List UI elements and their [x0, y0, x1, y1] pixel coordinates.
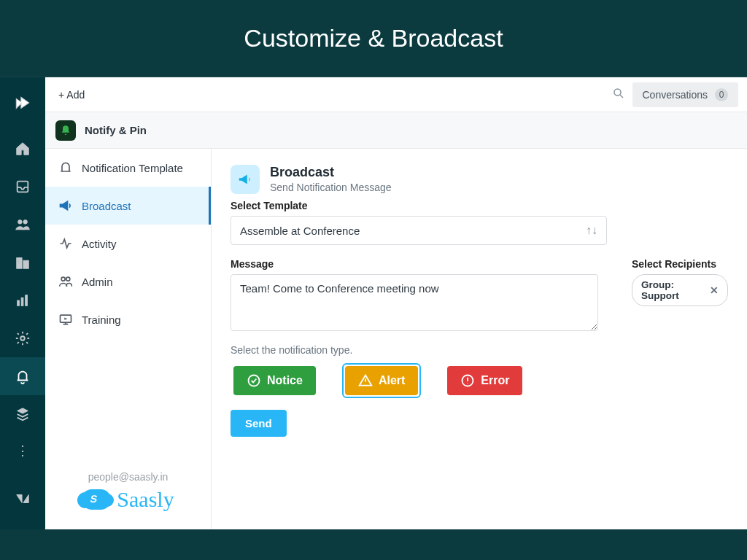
- recipient-chip-label: Group: Support: [641, 279, 705, 301]
- page-title: Broadcast: [270, 165, 392, 180]
- chip-remove-icon[interactable]: ✕: [710, 284, 719, 296]
- add-button[interactable]: + Add: [54, 86, 89, 104]
- svg-rect-7: [18, 300, 20, 306]
- app-badge-icon: [55, 120, 76, 141]
- template-select[interactable]: Assemble at Conference ↑↓: [231, 216, 607, 245]
- svg-point-15: [249, 376, 260, 386]
- svg-rect-8: [21, 298, 23, 306]
- type-card-alert: Alert: [342, 363, 421, 398]
- conversations-count: 0: [715, 88, 728, 101]
- sidenav-item-notification-template[interactable]: Notification Template: [45, 149, 211, 187]
- sidenav-label: Training: [82, 314, 121, 326]
- type-error-label: Error: [481, 374, 509, 387]
- sidenav-label: Admin: [82, 276, 113, 288]
- hero-title: Customize & Broadcast: [0, 0, 747, 77]
- template-label: Select Template: [231, 200, 728, 211]
- rail-settings-icon[interactable]: [0, 319, 45, 357]
- rail-notifications-icon[interactable]: [0, 357, 45, 395]
- message-input[interactable]: [231, 274, 598, 331]
- svg-rect-5: [18, 260, 20, 261]
- sidenav-item-activity[interactable]: Activity: [45, 225, 211, 262]
- brand-footer: people@saasly.in S Saasly: [45, 458, 211, 529]
- svg-point-1: [18, 220, 22, 225]
- type-error-button[interactable]: Error: [447, 366, 522, 395]
- svg-point-12: [61, 277, 65, 281]
- sidenav-item-broadcast[interactable]: Broadcast: [45, 187, 211, 225]
- conversations-label: Conversations: [643, 89, 708, 101]
- type-alert-label: Alert: [379, 374, 405, 387]
- svg-point-13: [66, 277, 70, 281]
- main-area: + Add Conversations 0 Notify & Pin Noti: [45, 77, 747, 529]
- rail-more-icon[interactable]: ⋮: [16, 436, 29, 465]
- svg-point-11: [614, 89, 621, 96]
- rail-zendesk-icon[interactable]: [0, 480, 45, 518]
- type-notice-label: Notice: [267, 374, 303, 387]
- left-rail: ⋮: [0, 77, 45, 529]
- page-subtitle: Send Notification Message: [270, 182, 392, 193]
- recipients-label: Select Recipients: [632, 258, 728, 270]
- brand-logo-icon: S: [82, 489, 111, 510]
- rail-home-icon[interactable]: [0, 130, 45, 168]
- sidenav-item-admin[interactable]: Admin: [45, 262, 211, 300]
- svg-rect-6: [18, 262, 20, 264]
- search-icon[interactable]: [612, 87, 625, 103]
- sidenav: Notification Template Broadcast Activity…: [45, 149, 212, 529]
- recipient-chip[interactable]: Group: Support ✕: [632, 274, 728, 306]
- type-card-notice: Notice: [231, 363, 319, 398]
- rail-org-icon[interactable]: [0, 244, 45, 281]
- brand-email: people@saasly.in: [53, 471, 204, 483]
- helper-text: Select the notification type.: [231, 344, 610, 356]
- sidenav-item-training[interactable]: Training: [45, 300, 211, 338]
- rail-logo-icon[interactable]: [0, 85, 45, 122]
- brand-name: Saasly: [117, 487, 174, 512]
- type-notice-button[interactable]: Notice: [233, 366, 316, 395]
- content: Broadcast Send Notification Message Sele…: [212, 149, 747, 529]
- page-badge-icon: [231, 165, 260, 194]
- rail-apps-icon[interactable]: [0, 395, 45, 433]
- sort-arrows-icon: ↑↓: [586, 224, 597, 237]
- topbar: + Add Conversations 0: [45, 77, 747, 112]
- send-button[interactable]: Send: [231, 410, 287, 437]
- app-title: Notify & Pin: [85, 124, 147, 136]
- svg-point-10: [20, 336, 25, 341]
- conversations-button[interactable]: Conversations 0: [632, 82, 739, 107]
- svg-rect-9: [26, 295, 28, 306]
- sidenav-label: Broadcast: [82, 200, 131, 212]
- app-header: Notify & Pin: [45, 112, 747, 149]
- sidenav-label: Activity: [82, 238, 117, 250]
- type-card-error: Error: [444, 363, 525, 398]
- svg-rect-4: [23, 260, 28, 268]
- rail-inbox-icon[interactable]: [0, 168, 45, 206]
- app-frame: ⋮ + Add Conversations 0 Notify & Pin: [0, 77, 747, 529]
- rail-people-icon[interactable]: [0, 206, 45, 244]
- sidenav-label: Notification Template: [82, 162, 183, 174]
- svg-point-2: [23, 220, 27, 225]
- rail-reports-icon[interactable]: [0, 281, 45, 319]
- type-alert-button[interactable]: Alert: [345, 366, 418, 395]
- template-value: Assemble at Conference: [240, 225, 360, 237]
- message-label: Message: [231, 258, 610, 270]
